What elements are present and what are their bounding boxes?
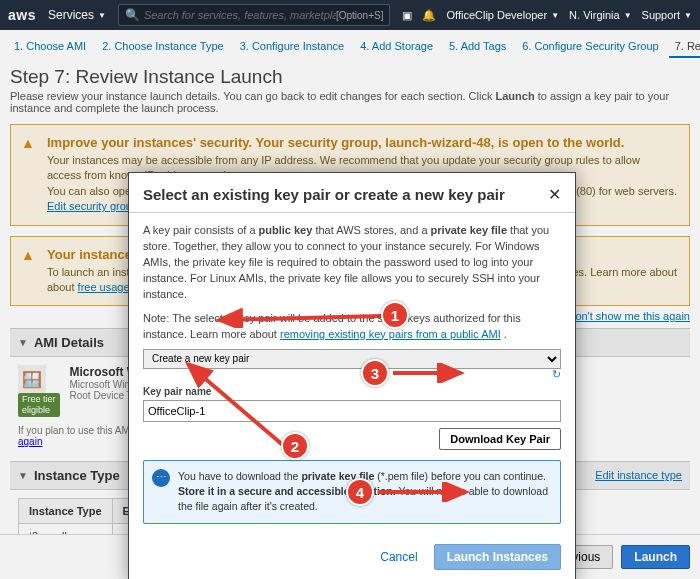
annotation-2: 2 xyxy=(281,432,309,460)
annotation-4: 4 xyxy=(346,478,374,506)
modal-cancel-link[interactable]: Cancel xyxy=(374,550,423,564)
annotation-3: 3 xyxy=(361,359,389,387)
remove-keypairs-link[interactable]: removing existing key pairs from a publi… xyxy=(280,328,501,340)
close-icon[interactable]: ✕ xyxy=(548,185,561,204)
download-keypair-button[interactable]: Download Key Pair xyxy=(439,428,561,450)
annotation-1: 1 xyxy=(381,301,409,329)
launch-instances-button[interactable]: Launch Instances xyxy=(434,544,561,570)
keypair-modal: Select an existing key pair or create a … xyxy=(128,172,576,579)
keypair-name-input[interactable] xyxy=(143,400,561,422)
info-icon: ⋯ xyxy=(152,469,170,487)
keypair-name-label: Key pair name xyxy=(143,385,561,400)
modal-title: Select an existing key pair or create a … xyxy=(143,186,505,203)
refresh-icon[interactable]: ↻ xyxy=(143,367,561,383)
keypair-action-select[interactable]: Create a new key pair xyxy=(143,349,561,369)
